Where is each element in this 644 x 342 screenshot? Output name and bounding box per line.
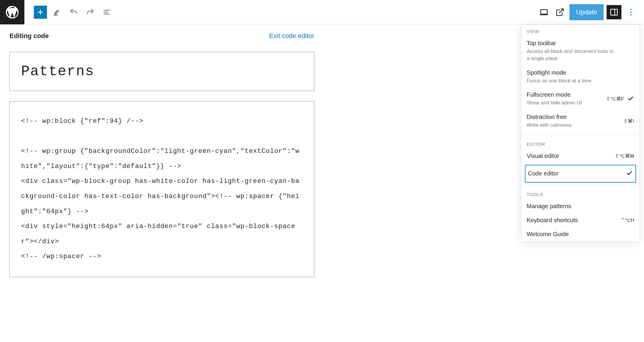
option-distraction-desc: Write with calmness bbox=[527, 122, 572, 129]
option-welcome-guide-title: Welcome Guide bbox=[527, 231, 634, 238]
svg-rect-2 bbox=[611, 9, 618, 15]
option-fullscreen-shortcut: ⇧⌥⌘F bbox=[606, 96, 624, 102]
option-spotlight-mode[interactable]: Spotlight mode Focus on one block at a t… bbox=[521, 66, 640, 88]
option-manage-patterns-title: Manage patterns bbox=[527, 203, 634, 210]
post-title-text: Patterns bbox=[21, 63, 303, 79]
code-content: <!-- wp:block {"ref":94} /--> <!-- wp:gr… bbox=[21, 114, 303, 264]
option-spotlight-desc: Focus on one block at a time bbox=[527, 77, 616, 84]
option-visual-editor-shortcut: ⇧⌥⌘M bbox=[615, 153, 634, 159]
editor-content: Editing code Exit code editor Patterns <… bbox=[0, 24, 324, 285]
external-link-button[interactable] bbox=[553, 6, 566, 19]
check-icon bbox=[627, 95, 634, 103]
option-spotlight-title: Spotlight mode bbox=[527, 69, 634, 76]
svg-point-4 bbox=[630, 11, 632, 12]
edit-tools-button[interactable] bbox=[50, 6, 64, 19]
option-top-toolbar-desc: Access all block and document tools in a… bbox=[527, 48, 616, 62]
add-block-button[interactable] bbox=[34, 6, 47, 19]
settings-sidebar-button[interactable] bbox=[607, 5, 621, 19]
option-visual-editor-title: Visual editor bbox=[527, 153, 559, 159]
panel-divider bbox=[521, 135, 640, 135]
option-manage-patterns[interactable]: Manage patterns bbox=[521, 199, 640, 213]
option-fullscreen-title: Fullscreen mode bbox=[527, 91, 582, 98]
options-dropdown-panel: VIEW Top toolbar Access all block and do… bbox=[521, 24, 640, 241]
option-visual-editor[interactable]: Visual editor ⇧⌥⌘M bbox=[521, 149, 640, 163]
svg-rect-1 bbox=[541, 10, 547, 14]
option-fullscreen-desc: Show and hide admin UI bbox=[527, 99, 582, 106]
option-code-editor-title: Code editor bbox=[528, 170, 558, 177]
exit-code-editor-link[interactable]: Exit code editor bbox=[269, 32, 314, 40]
svg-point-3 bbox=[630, 9, 632, 10]
document-overview-button[interactable] bbox=[100, 6, 113, 19]
option-distraction-free[interactable]: Distraction free Write with calmness ⇧⌘\ bbox=[521, 110, 640, 132]
check-icon bbox=[626, 170, 633, 178]
undo-button[interactable] bbox=[67, 6, 80, 19]
option-top-toolbar-title: Top toolbar bbox=[527, 40, 634, 47]
svg-point-5 bbox=[630, 14, 632, 15]
top-toolbar: Update bbox=[0, 0, 644, 24]
option-keyboard-shortcuts-shortcut: ⌃⌥H bbox=[621, 217, 634, 223]
section-view-label: VIEW bbox=[521, 25, 640, 36]
option-fullscreen-mode[interactable]: Fullscreen mode Show and hide admin UI ⇧… bbox=[521, 88, 640, 110]
option-keyboard-shortcuts-title: Keyboard shortcuts bbox=[527, 217, 578, 224]
options-button[interactable] bbox=[624, 6, 637, 19]
option-welcome-guide[interactable]: Welcome Guide bbox=[521, 227, 640, 241]
editing-code-label: Editing code bbox=[10, 32, 49, 40]
option-top-toolbar[interactable]: Top toolbar Access all block and documen… bbox=[521, 36, 640, 66]
redo-button[interactable] bbox=[84, 6, 97, 19]
post-title-field[interactable]: Patterns bbox=[10, 52, 314, 91]
update-button[interactable]: Update bbox=[569, 4, 604, 20]
option-keyboard-shortcuts[interactable]: Keyboard shortcuts ⌃⌥H bbox=[521, 213, 640, 227]
section-editor-label: EDITOR bbox=[521, 137, 640, 149]
code-editor-header: Editing code Exit code editor bbox=[10, 32, 314, 40]
panel-divider bbox=[521, 185, 640, 185]
view-button[interactable] bbox=[537, 6, 550, 19]
option-distraction-shortcut: ⇧⌘\ bbox=[624, 118, 634, 124]
code-editor-textarea[interactable]: <!-- wp:block {"ref":94} /--> <!-- wp:gr… bbox=[10, 101, 314, 277]
wordpress-logo[interactable] bbox=[0, 0, 24, 24]
toolbar-left bbox=[24, 6, 113, 19]
toolbar-right: Update bbox=[537, 4, 644, 20]
option-distraction-title: Distraction free bbox=[527, 114, 572, 120]
option-code-editor[interactable]: Code editor bbox=[525, 165, 636, 183]
section-tools-label: TOOLS bbox=[521, 188, 640, 199]
